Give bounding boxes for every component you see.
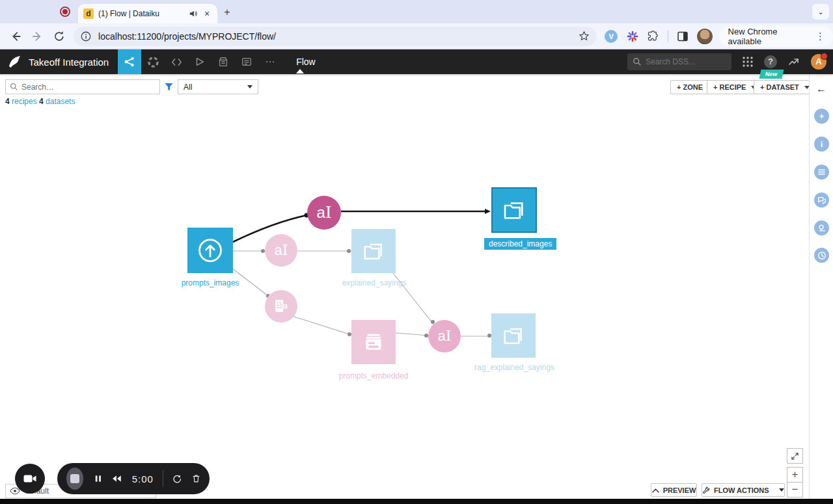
forward-icon[interactable] xyxy=(31,30,44,43)
nav-more-icon[interactable]: ⋯ xyxy=(258,49,282,74)
dss-user-avatar[interactable]: A xyxy=(811,54,826,70)
chrome-update-label: New Chrome available xyxy=(728,27,812,46)
side-panel-icon[interactable] xyxy=(676,29,690,44)
site-info-icon[interactable] xyxy=(80,31,92,42)
tab-close-icon[interactable]: × xyxy=(202,8,212,19)
collapse-panel-arrow-icon[interactable]: ← xyxy=(816,83,826,95)
dss-search-input[interactable] xyxy=(646,57,724,66)
folder-icon xyxy=(500,196,528,224)
url-text[interactable]: localhost:11200/projects/MYPROJECT/flow/ xyxy=(98,31,578,42)
tab-search-chevron-icon[interactable]: ⌄ xyxy=(812,4,829,20)
fit-to-screen-button[interactable] xyxy=(787,448,803,464)
new-tab-button[interactable]: + xyxy=(221,7,233,18)
tab-audio-icon[interactable] xyxy=(189,9,198,18)
metrics-trend-icon[interactable] xyxy=(787,55,800,68)
dataiku-logo-icon[interactable] xyxy=(7,53,23,70)
nav-code-icon[interactable] xyxy=(165,49,188,74)
chrome-update-button[interactable]: New Chrome available ⋮ xyxy=(719,26,833,47)
node-label[interactable]: prompts_embedded xyxy=(328,371,419,380)
stop-recording-button[interactable] xyxy=(66,468,83,490)
node-explained-sayings[interactable] xyxy=(351,229,396,273)
zoom-out-button[interactable]: − xyxy=(787,482,803,497)
embed-recipe-icon xyxy=(273,298,290,315)
back-icon[interactable] xyxy=(9,30,22,43)
folder-icon xyxy=(500,323,526,349)
chevron-down-icon xyxy=(779,488,784,492)
rewind-button[interactable] xyxy=(112,473,122,484)
browser-profile-avatar[interactable] xyxy=(697,29,713,44)
flow-canvas[interactable]: prompts_images aI aI explained_sayings d… xyxy=(0,74,809,499)
dataiku-favicon-icon: d xyxy=(83,8,94,19)
browser-tab[interactable]: d (1) Flow | Dataiku × xyxy=(78,4,217,23)
node-label[interactable]: rag_explained_sayings xyxy=(464,363,565,372)
extension-v-icon[interactable]: V xyxy=(604,29,618,44)
preview-button[interactable]: PREVIEW xyxy=(651,483,697,497)
screen-bottom-bar xyxy=(0,499,833,504)
rail-schema-icon[interactable] xyxy=(814,165,829,179)
project-name[interactable]: Takeoff Integration xyxy=(29,57,109,68)
search-icon xyxy=(633,57,642,66)
node-rag-explained-sayings[interactable] xyxy=(491,313,536,358)
folder-icon xyxy=(361,238,387,264)
apps-grid-icon[interactable] xyxy=(742,56,754,68)
rail-add-icon[interactable]: + xyxy=(814,109,829,124)
recording-timer: 5:00 xyxy=(132,473,154,484)
recording-indicator-icon xyxy=(60,7,70,17)
recipe-llm-middle[interactable]: aI xyxy=(265,234,297,267)
rail-lab-icon[interactable] xyxy=(814,220,829,235)
delete-recording-button[interactable] xyxy=(192,473,200,484)
bookmark-star-icon[interactable] xyxy=(578,30,590,42)
reload-icon[interactable] xyxy=(53,30,66,43)
node-label[interactable]: explained_sayings xyxy=(329,278,420,287)
zoom-in-button[interactable]: + xyxy=(787,467,803,483)
chevron-up-icon xyxy=(652,488,659,493)
wrench-icon xyxy=(702,486,710,494)
dss-search-box[interactable] xyxy=(627,53,731,70)
page-title: Flow xyxy=(296,57,316,67)
ai-recipe-icon: aI xyxy=(275,242,288,259)
camera-bubble-button[interactable] xyxy=(15,464,45,494)
address-bar[interactable]: localhost:11200/projects/MYPROJECT/flow/ xyxy=(74,27,597,46)
nav-wiki-icon[interactable] xyxy=(235,49,258,74)
browser-toolbar: localhost:11200/projects/MYPROJECT/flow/… xyxy=(0,23,833,49)
node-prompts-images[interactable] xyxy=(187,228,233,273)
help-new-badge: New xyxy=(759,70,784,79)
recipe-embed[interactable] xyxy=(265,290,297,323)
recipe-llm-bottom[interactable]: aI xyxy=(428,320,461,352)
recorder-divider xyxy=(163,470,163,487)
ai-recipe-icon: aI xyxy=(438,328,452,345)
tab-title: (1) Flow | Dataiku xyxy=(98,9,189,18)
ai-recipe-icon: aI xyxy=(317,204,332,222)
node-label-selected[interactable]: described_images xyxy=(484,238,556,250)
recording-controls: 5:00 xyxy=(57,463,210,494)
flow-actions-button[interactable]: FLOW ACTIONS xyxy=(702,483,785,497)
nav-jobs-icon[interactable] xyxy=(188,49,212,74)
restart-recording-button[interactable] xyxy=(172,473,182,485)
flow-actions-label: FLOW ACTIONS xyxy=(714,486,769,494)
nav-lab-icon[interactable] xyxy=(141,49,165,74)
upload-dataset-icon xyxy=(196,236,225,265)
rail-discussions-icon[interactable] xyxy=(814,192,829,207)
stop-icon xyxy=(70,474,79,483)
screen: d (1) Flow | Dataiku × + ⌄ localhost:112… xyxy=(0,0,833,504)
help-icon[interactable]: ? New xyxy=(764,55,777,68)
rail-timeline-icon[interactable] xyxy=(814,248,829,263)
node-described-images[interactable] xyxy=(491,187,537,233)
extension-pinwheel-icon[interactable] xyxy=(625,29,640,44)
pause-button[interactable] xyxy=(94,473,103,484)
node-prompts-embedded[interactable] xyxy=(351,320,396,364)
video-camera-icon xyxy=(22,471,38,486)
preview-label: PREVIEW xyxy=(663,486,696,494)
rail-details-icon[interactable]: i xyxy=(814,137,829,152)
nav-flow-icon[interactable] xyxy=(118,49,141,74)
recipe-llm-top[interactable]: aI xyxy=(307,196,341,230)
node-label[interactable]: prompts_images xyxy=(165,278,256,287)
toolbar-divider xyxy=(668,31,668,42)
extensions-puzzle-icon[interactable] xyxy=(647,29,661,44)
embedded-dataset-icon xyxy=(361,329,387,355)
dss-navbar: Takeoff Integration ⋯ Flow ? New xyxy=(0,49,833,74)
browser-menu-icon[interactable]: ⋮ xyxy=(812,31,829,42)
browser-tab-strip: d (1) Flow | Dataiku × + ⌄ xyxy=(0,0,833,23)
flow-tab-caret xyxy=(296,69,304,73)
nav-catalog-icon[interactable] xyxy=(212,49,235,74)
